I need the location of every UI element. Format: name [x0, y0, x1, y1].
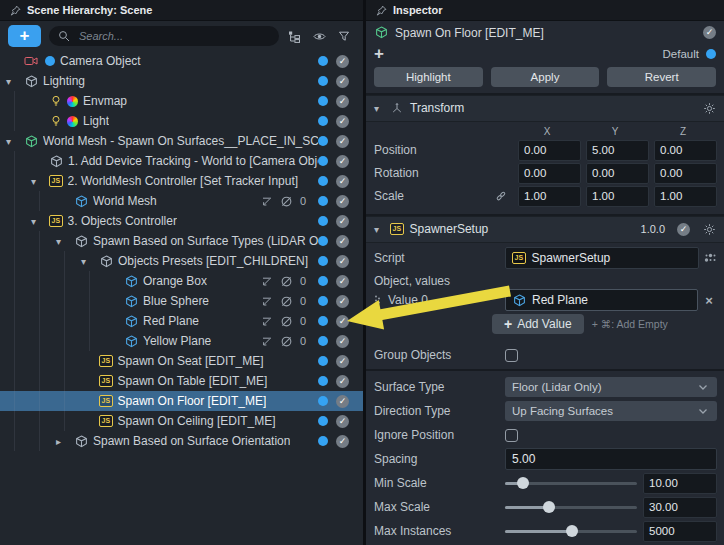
render-disabled-icon[interactable] [280, 294, 294, 308]
tree-row[interactable]: JSSpawn On Floor [EDIT_ME]✓ [0, 391, 363, 411]
visibility-dot[interactable] [318, 376, 328, 386]
render-disabled-icon[interactable] [280, 334, 294, 348]
script-field[interactable]: JS SpawnerSetup [505, 247, 699, 269]
number-input[interactable]: 1.00 [586, 186, 649, 207]
enabled-checkbox[interactable]: ✓ [336, 355, 349, 368]
tree-row[interactable]: Envmap✓ [0, 91, 363, 111]
slider-handle[interactable] [543, 501, 555, 513]
default-state-dot[interactable] [706, 49, 716, 59]
tree-row[interactable]: ▾JS2. WorldMesh Controller [Set Tracker … [0, 171, 363, 191]
remove-value-icon[interactable]: × [701, 293, 717, 308]
enabled-checkbox[interactable]: ✓ [336, 295, 349, 308]
chevron-down-icon[interactable]: ▾ [56, 236, 72, 247]
enabled-checkbox[interactable]: ✓ [336, 75, 349, 88]
search-input[interactable] [77, 29, 271, 43]
transform-override-icon[interactable] [260, 294, 274, 308]
spawner-section-header[interactable]: ▾ JS SpawnerSetup 1.0.0 ✓ [366, 216, 724, 243]
enabled-checkbox[interactable]: ✓ [336, 415, 349, 428]
chevron-down-icon[interactable]: ▾ [6, 76, 22, 87]
tree-row[interactable]: Light✓ [0, 111, 363, 131]
visibility-dot[interactable] [318, 236, 328, 246]
slider-handle[interactable] [517, 477, 529, 489]
enabled-checkbox[interactable]: ✓ [336, 135, 349, 148]
script-enabled-checkbox[interactable]: ✓ [677, 223, 690, 236]
number-input[interactable]: 0.00 [518, 163, 581, 184]
visibility-dot[interactable] [318, 436, 328, 446]
transform-override-icon[interactable] [260, 334, 274, 348]
chevron-down-icon[interactable]: ▾ [6, 136, 22, 147]
search-box[interactable] [49, 26, 279, 46]
enabled-checkbox[interactable]: ✓ [336, 335, 349, 348]
visibility-dot[interactable] [318, 256, 328, 266]
checkbox[interactable] [505, 349, 518, 362]
render-disabled-icon[interactable] [280, 314, 294, 328]
enabled-checkbox[interactable]: ✓ [336, 195, 349, 208]
visibility-dot[interactable] [318, 356, 328, 366]
enabled-checkbox[interactable]: ✓ [336, 155, 349, 168]
tree-row[interactable]: World Mesh0✓ [0, 191, 363, 211]
enabled-checkbox[interactable]: ✓ [336, 275, 349, 288]
tree-row[interactable]: ▾Spawn Based on Surface Types (LiDAR Onl… [0, 231, 363, 251]
enabled-checkbox[interactable]: ✓ [336, 115, 349, 128]
visibility-dot[interactable] [318, 96, 328, 106]
value0-field[interactable]: Red Plane [505, 289, 698, 311]
transform-override-icon[interactable] [260, 274, 274, 288]
chevron-down-icon[interactable]: ▾ [31, 176, 47, 187]
chevron-down-icon[interactable]: ▾ [81, 256, 97, 267]
visibility-dot[interactable] [318, 416, 328, 426]
enabled-checkbox[interactable]: ✓ [336, 235, 349, 248]
tree-row[interactable]: JSSpawn On Seat [EDIT_ME]✓ [0, 351, 363, 371]
chevron-down-icon[interactable]: ▾ [31, 216, 47, 227]
tree-row[interactable]: ▸Spawn Based on Surface Orientation✓ [0, 431, 363, 451]
slider-value-input[interactable]: 5000 [643, 521, 717, 542]
visibility-dot[interactable] [318, 136, 328, 146]
render-disabled-icon[interactable] [280, 274, 294, 288]
tree-row[interactable]: 1. Add Device Tracking - World to [Camer… [0, 151, 363, 171]
tree-row[interactable]: Orange Box0✓ [0, 271, 363, 291]
visibility-dot[interactable] [318, 76, 328, 86]
enabled-checkbox[interactable]: ✓ [336, 55, 349, 68]
visibility-dot[interactable] [318, 196, 328, 206]
number-input[interactable]: 0.00 [586, 163, 649, 184]
tree-row[interactable]: ▾World Mesh - Spawn On Surfaces__PLACE_I… [0, 131, 363, 151]
number-input[interactable]: 0.00 [518, 140, 581, 161]
add-value-button[interactable]: +Add Value [492, 314, 584, 334]
visibility-dot[interactable] [318, 396, 328, 406]
enabled-checkbox[interactable]: ✓ [336, 255, 349, 268]
tree-row[interactable]: Blue Sphere0✓ [0, 291, 363, 311]
tree-row[interactable]: Yellow Plane0✓ [0, 331, 363, 351]
visibility-dot[interactable] [318, 116, 328, 126]
add-object-button[interactable]: + [8, 25, 41, 47]
transform-override-icon[interactable] [260, 194, 274, 208]
number-input[interactable]: 0.00 [654, 140, 717, 161]
number-input[interactable]: 0.00 [654, 163, 717, 184]
enabled-checkbox[interactable]: ✓ [336, 315, 349, 328]
number-input[interactable]: 5.00 [586, 140, 649, 161]
script-options-icon[interactable] [703, 251, 717, 265]
visibility-dot[interactable] [318, 176, 328, 186]
slider[interactable] [505, 482, 637, 485]
add-component-button[interactable]: + [374, 47, 384, 61]
drag-handle-icon[interactable] [374, 293, 381, 307]
enabled-checkbox[interactable]: ✓ [336, 375, 349, 388]
enabled-checkbox[interactable]: ✓ [336, 215, 349, 228]
enabled-checkbox[interactable]: ✓ [336, 95, 349, 108]
apply-button[interactable]: Apply [491, 67, 600, 87]
text-input[interactable]: 5.00 [505, 448, 717, 470]
render-disabled-icon[interactable] [280, 194, 294, 208]
transform-override-icon[interactable] [260, 314, 274, 328]
visibility-dot[interactable] [318, 276, 328, 286]
link-scale-icon[interactable] [495, 190, 513, 202]
checkbox[interactable] [505, 429, 518, 442]
slider[interactable] [505, 506, 637, 509]
tree-row[interactable]: Red Plane0✓ [0, 311, 363, 331]
slider-value-input[interactable]: 30.00 [643, 497, 717, 518]
slider[interactable] [505, 530, 637, 533]
enabled-checkbox[interactable]: ✓ [336, 175, 349, 188]
transform-section-header[interactable]: ▾ Transform [366, 95, 724, 122]
dropdown[interactable]: Floor (Lidar Only) [505, 377, 717, 397]
tree-row[interactable]: Camera Object✓ [0, 51, 363, 71]
visibility-dot[interactable] [318, 316, 328, 326]
highlight-button[interactable]: Highlight [374, 67, 483, 87]
tree-row[interactable]: JSSpawn On Table [EDIT_ME]✓ [0, 371, 363, 391]
